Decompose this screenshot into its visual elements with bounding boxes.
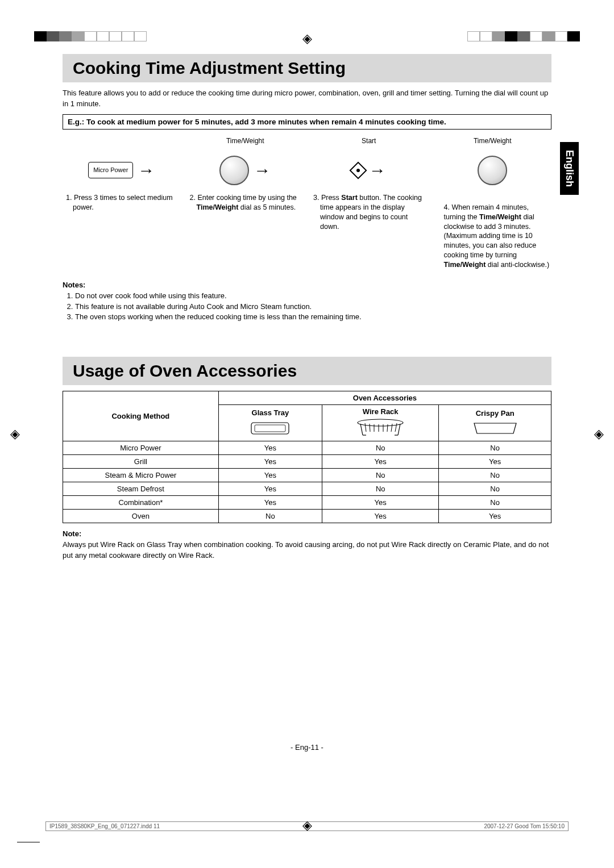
step3-caption: Start xyxy=(310,136,428,145)
step2-bold: Time/Weight xyxy=(197,203,239,211)
svg-line-3 xyxy=(360,424,363,435)
note2-title: Note: xyxy=(63,529,81,538)
method-cell: Steam & Micro Power xyxy=(63,469,219,482)
language-tab: English xyxy=(560,142,579,195)
accessories-table: Cooking Method Oven Accessories Glass Tr… xyxy=(63,391,551,523)
svg-line-13 xyxy=(391,424,392,432)
arrow-icon: → xyxy=(369,159,386,182)
svg-line-4 xyxy=(398,424,400,435)
value-cell: Yes xyxy=(322,455,439,469)
th-crispy-pan: Crispy Pan xyxy=(439,405,551,441)
arrow-icon: → xyxy=(254,159,271,182)
step2-suf: dial as 5 minutes. xyxy=(238,203,296,211)
registration-mark-right: ◈ xyxy=(594,427,604,441)
step1-text: 1. Press 3 times to select medium power. xyxy=(69,193,181,212)
note-3: The oven stops working when the reduced … xyxy=(75,312,551,323)
step-1: Micro Power → 1. Press 3 times to select… xyxy=(63,136,181,270)
svg-rect-1 xyxy=(255,425,285,432)
th-wire-rack: Wire Rack xyxy=(322,405,439,441)
value-cell: Yes xyxy=(218,469,322,482)
step2-caption: Time/Weight xyxy=(186,136,305,145)
arrow-icon: → xyxy=(138,159,155,182)
method-cell: Steam Defrost xyxy=(63,482,219,496)
value-cell: No xyxy=(218,510,322,523)
time-weight-dial-icon xyxy=(478,156,507,185)
value-cell: No xyxy=(439,441,551,455)
value-cell: No xyxy=(439,482,551,496)
print-file: IP1589_38S80KP_Eng_06_071227.indd 11 xyxy=(49,823,160,829)
value-cell: No xyxy=(439,496,551,510)
table-row: Steam DefrostYesNoNo xyxy=(63,482,551,496)
step4-bold1: Time/Weight xyxy=(479,213,521,221)
section1-intro: This feature allows you to add or reduce… xyxy=(63,88,551,110)
step3-bold: Start xyxy=(341,194,357,202)
method-cell: Grill xyxy=(63,455,219,469)
notes-title: Notes: xyxy=(63,280,551,291)
step4-suf: dial anti-clockwise.) xyxy=(486,261,549,269)
value-cell: Yes xyxy=(218,455,322,469)
print-timestamp: 2007-12-27 Good Tom 15:50:10 xyxy=(484,823,565,829)
svg-line-7 xyxy=(365,423,366,432)
method-cell: Micro Power xyxy=(63,441,219,455)
value-cell: Yes xyxy=(439,455,551,469)
step2-text: 2. Enter cooking time by using the Time/… xyxy=(193,193,305,212)
value-cell: Yes xyxy=(218,482,322,496)
section1-notes: Notes: Do not over cook food while using… xyxy=(63,280,551,323)
step3-text: 3. Press Start button. The cooking time … xyxy=(317,193,428,232)
svg-line-8 xyxy=(370,424,370,432)
example-bar: E.g.: To cook at medium power for 5 minu… xyxy=(63,114,551,130)
value-cell: Yes xyxy=(218,441,322,455)
wire-rack-icon xyxy=(355,418,406,439)
table-row: Micro PowerYesNoNo xyxy=(63,441,551,455)
step-4: Time/Weight 4. When remain 4 minutes, tu… xyxy=(434,136,552,270)
table-row: GrillYesYesYes xyxy=(63,455,551,469)
value-cell: No xyxy=(322,482,439,496)
value-cell: Yes xyxy=(322,496,439,510)
step1-caption xyxy=(63,136,181,145)
step-3: Start → 3. Press Start button. The cooki… xyxy=(310,136,428,270)
th-cooking-method: Cooking Method xyxy=(63,391,219,441)
glass-tray-icon xyxy=(248,419,292,437)
registration-mark-left: ◈ xyxy=(10,427,20,441)
step-2: Time/Weight → 2. Enter cooking time by u… xyxy=(186,136,305,270)
table-row: Combination*YesYesNo xyxy=(63,496,551,510)
table-row: Steam & Micro PowerYesNoNo xyxy=(63,469,551,482)
registration-mark-top: ◈ xyxy=(302,31,312,46)
value-cell: No xyxy=(439,469,551,482)
crop-line-bottom xyxy=(17,842,40,842)
step3-pre: 3. Press xyxy=(313,194,341,202)
value-cell: Yes xyxy=(218,496,322,510)
start-button-icon xyxy=(352,164,364,177)
page-number: - Eng-11 - xyxy=(0,743,614,752)
svg-rect-0 xyxy=(251,423,289,434)
step4-bold2: Time/Weight xyxy=(444,261,486,269)
micro-power-button-icon: Micro Power xyxy=(88,162,133,178)
notes-list: Do not over cook food while using this f… xyxy=(75,291,551,323)
method-cell: Combination* xyxy=(63,496,219,510)
step4-caption: Time/Weight xyxy=(434,136,552,145)
th-crispy-pan-label: Crispy Pan xyxy=(476,409,515,418)
color-swatches-left xyxy=(34,31,147,41)
table-row: OvenNoYesYes xyxy=(63,510,551,523)
color-swatches-right xyxy=(467,31,580,41)
section2-title: Usage of Oven Accessories xyxy=(63,357,551,385)
crispy-pan-icon xyxy=(471,420,520,437)
svg-line-12 xyxy=(387,424,388,432)
page-content: English Cooking Time Adjustment Setting … xyxy=(63,54,551,777)
value-cell: No xyxy=(322,441,439,455)
note-2: This feature is not available during Aut… xyxy=(75,302,551,312)
value-cell: Yes xyxy=(439,510,551,523)
th-wire-rack-label: Wire Rack xyxy=(363,407,399,416)
th-glass-tray: Glass Tray xyxy=(218,405,322,441)
th-glass-tray-label: Glass Tray xyxy=(252,408,289,417)
method-cell: Oven xyxy=(63,510,219,523)
value-cell: No xyxy=(322,469,439,482)
section2-note: Note: Always put Wire Rack on Glass Tray… xyxy=(63,529,551,561)
time-weight-dial-icon xyxy=(219,156,249,185)
th-oven-accessories: Oven Accessories xyxy=(218,391,551,405)
step4-text: 4. When remain 4 minutes, turning the Ti… xyxy=(441,193,552,270)
registration-mark-bottom: ◈ xyxy=(302,818,312,833)
value-cell: Yes xyxy=(322,510,439,523)
crop-marks: ◈ xyxy=(0,31,614,48)
svg-line-14 xyxy=(395,423,397,432)
